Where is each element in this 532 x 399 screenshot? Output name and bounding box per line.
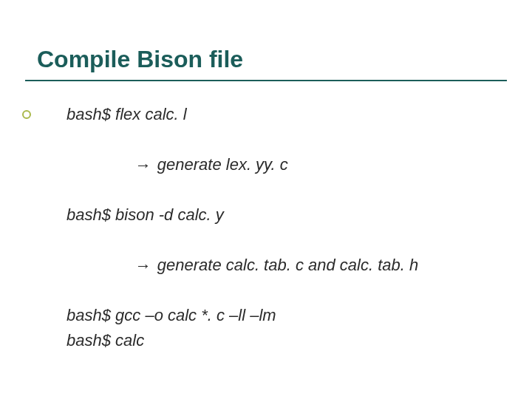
code-line: bash$ flex calc. l bbox=[66, 102, 502, 127]
slide: Compile Bison file bash$ flex calc. l → … bbox=[0, 0, 532, 399]
code-line: → generate lex. yy. c bbox=[66, 127, 502, 202]
code-line: bash$ gcc –o calc *. c –ll –lm bbox=[66, 303, 502, 328]
code-line: bash$ calc bbox=[66, 328, 502, 353]
code-text: generate calc. tab. c and calc. tab. h bbox=[153, 256, 419, 274]
arrow-icon: → bbox=[135, 253, 153, 279]
arrow-icon: → bbox=[135, 153, 153, 178]
slide-body: bash$ flex calc. l → generate lex. yy. c… bbox=[66, 102, 502, 353]
slide-title: Compile Bison file bbox=[37, 46, 243, 73]
code-line: → generate calc. tab. c and calc. tab. h bbox=[66, 228, 502, 303]
code-line: bash$ bison -d calc. y bbox=[66, 202, 502, 228]
bullet-dot-icon bbox=[22, 110, 31, 119]
code-text: generate lex. yy. c bbox=[153, 155, 288, 174]
title-underline bbox=[25, 80, 507, 81]
